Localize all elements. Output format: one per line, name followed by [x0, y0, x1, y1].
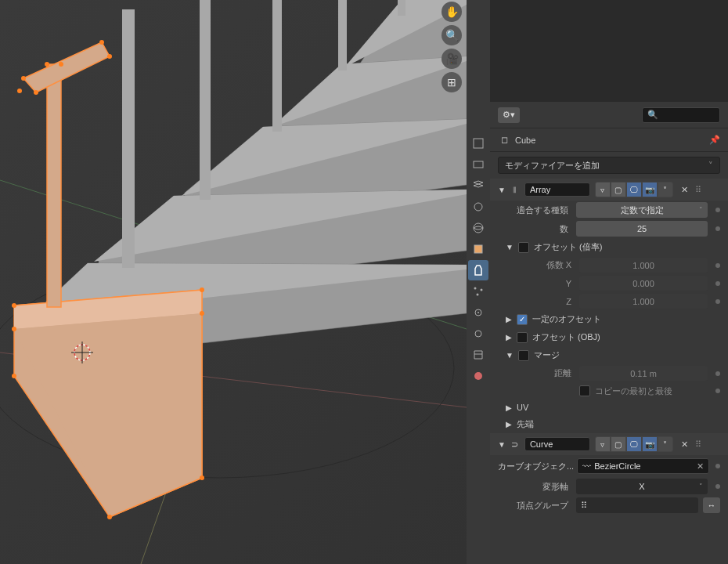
expand-icon: ▼ [498, 186, 506, 194]
modifier-name-input[interactable] [524, 183, 590, 197]
tab-viewlayer[interactable] [468, 175, 488, 196]
vgroup-field[interactable]: ⠿ [576, 497, 698, 513]
tab-output[interactable] [468, 154, 488, 175]
object-icon: ◻ [498, 134, 510, 146]
mod-cage-button[interactable]: ▢ [611, 182, 626, 197]
mod-drag-handle[interactable]: ⠿ [695, 185, 706, 195]
vgroup-invert-button[interactable]: ↔ [703, 497, 720, 513]
factor-z-field[interactable]: 1.000 [579, 294, 708, 309]
svg-rect-45 [474, 139, 483, 148]
offset-relative-checkbox[interactable] [518, 242, 529, 253]
curve-object-field[interactable]: 〰 BezierCircle ✕ [577, 458, 709, 474]
merge-checkbox[interactable] [518, 350, 529, 361]
modifier-name-input[interactable] [524, 437, 590, 451]
tab-scene[interactable] [468, 197, 488, 217]
modifier-array-header[interactable]: ▼ ⫴ ▿ ▢ 🖵 📷 ˅ ✕ ⠿ [490, 179, 728, 201]
curve-mod-icon: ⊃ [509, 438, 521, 450]
caps-header[interactable]: ▶ 先端 [490, 415, 728, 433]
mod-drag-handle[interactable]: ⠿ [695, 439, 706, 450]
mod-viewport-button[interactable]: 🖵 [626, 436, 642, 452]
count-field[interactable]: 25 [576, 221, 708, 237]
array-icon: ⫴ [509, 183, 521, 196]
anim-dot[interactable] [715, 208, 720, 212]
viewport-3d[interactable]: ✋ 🔍 🎥 ⊞ [0, 0, 467, 564]
merge-distance-label: 距離 [521, 367, 575, 379]
search-input[interactable]: 🔍 [642, 107, 720, 123]
svg-point-48 [474, 223, 483, 233]
svg-point-33 [200, 311, 204, 316]
tab-object[interactable] [468, 239, 488, 259]
factor-x-label: 係数 X [521, 259, 575, 271]
zoom-icon[interactable]: 🔍 [441, 25, 462, 45]
offset-relative-header[interactable]: ▼ オフセット (倍率) [490, 238, 728, 256]
mod-viewport-button[interactable]: 🖵 [626, 182, 642, 197]
factor-y-label: Y [521, 279, 575, 288]
offset-constant-header[interactable]: ▶ 一定のオフセット [490, 310, 728, 328]
offset-object-checkbox[interactable] [517, 332, 528, 343]
mod-render-button[interactable]: 📷 [642, 182, 658, 197]
tab-particles[interactable] [468, 281, 488, 302]
tab-physics[interactable] [468, 302, 488, 323]
merge-header[interactable]: ▼ マージ [490, 346, 728, 364]
tab-world[interactable] [468, 218, 488, 238]
merge-distance-field[interactable]: 0.11 m [579, 366, 708, 381]
offset-constant-checkbox[interactable] [517, 314, 528, 325]
vgroup-label: 頂点グループ [498, 500, 571, 512]
svg-rect-16 [272, 0, 282, 132]
svg-point-28 [200, 287, 204, 292]
svg-point-35 [59, 62, 63, 67]
tab-modifier[interactable] [468, 260, 488, 280]
mod-extras-button[interactable]: ˅ [658, 436, 673, 452]
mod-render-button[interactable]: 📷 [642, 436, 658, 452]
svg-point-27 [12, 303, 16, 308]
grid-icon[interactable]: ⊞ [441, 72, 462, 92]
tab-render[interactable] [468, 133, 488, 154]
deform-axis-label: 変形軸 [498, 481, 571, 493]
mod-editmode-button[interactable]: ▿ [595, 182, 611, 197]
pan-icon[interactable]: ✋ [441, 2, 462, 22]
svg-marker-26 [23, 42, 110, 92]
anim-dot[interactable] [715, 226, 720, 231]
tab-data[interactable] [468, 345, 488, 365]
svg-point-29 [200, 475, 204, 480]
svg-point-47 [474, 203, 482, 211]
mod-extras-button[interactable]: ˅ [658, 182, 673, 197]
add-modifier-label: モディファイアーを追加 [505, 160, 600, 172]
mod-delete-button[interactable]: ✕ [678, 437, 692, 451]
first-last-label: コピーの最初と最後 [595, 385, 672, 397]
svg-rect-18 [398, 0, 405, 16]
svg-point-50 [474, 287, 477, 290]
factor-y-field[interactable]: 0.000 [579, 276, 708, 291]
properties-panel: ⚙▾ 🔍 ◻ Cube 📌 モディファイアーを追加 ˅ ▼ ⫴ ▿ ▢ 🖵 📷 … [490, 0, 728, 564]
mod-editmode-button[interactable]: ▿ [595, 436, 611, 452]
svg-rect-17 [338, 0, 347, 70]
modifier-curve-header[interactable]: ▼ ⊃ ▿ ▢ 🖵 📷 ˅ ✕ ⠿ [490, 433, 728, 455]
svg-point-30 [107, 515, 112, 519]
factor-x-field[interactable]: 1.000 [579, 258, 708, 273]
offset-object-header[interactable]: ▶ オフセット (OBJ) [490, 328, 728, 346]
svg-point-40 [17, 89, 22, 93]
svg-point-37 [99, 40, 104, 45]
editor-type-button[interactable]: ⚙▾ [498, 107, 520, 123]
svg-point-38 [107, 54, 112, 59]
first-last-checkbox[interactable] [579, 385, 590, 396]
pin-icon[interactable]: 📌 [709, 135, 720, 145]
breadcrumb: ◻ Cube 📌 [490, 128, 728, 152]
svg-point-32 [12, 327, 16, 331]
uv-header[interactable]: ▶ UV [490, 400, 728, 415]
tab-constraints[interactable] [468, 324, 488, 344]
svg-point-36 [21, 76, 26, 81]
mod-cage-button[interactable]: ▢ [611, 436, 626, 452]
svg-point-34 [45, 62, 49, 67]
add-modifier-dropdown[interactable]: モディファイアーを追加 ˅ [498, 157, 720, 174]
svg-point-39 [34, 90, 38, 95]
svg-rect-14 [122, 9, 135, 268]
clear-icon[interactable]: ✕ [697, 461, 704, 472]
mod-delete-button[interactable]: ✕ [678, 183, 692, 197]
deform-axis-dropdown[interactable]: X˅ [576, 479, 708, 494]
fit-type-dropdown[interactable]: 定数で指定˅ [576, 202, 708, 218]
camera-icon[interactable]: 🎥 [441, 49, 462, 69]
tab-material[interactable] [468, 366, 488, 386]
curve-icon: 〰 [582, 461, 591, 471]
svg-rect-15 [200, 0, 211, 200]
